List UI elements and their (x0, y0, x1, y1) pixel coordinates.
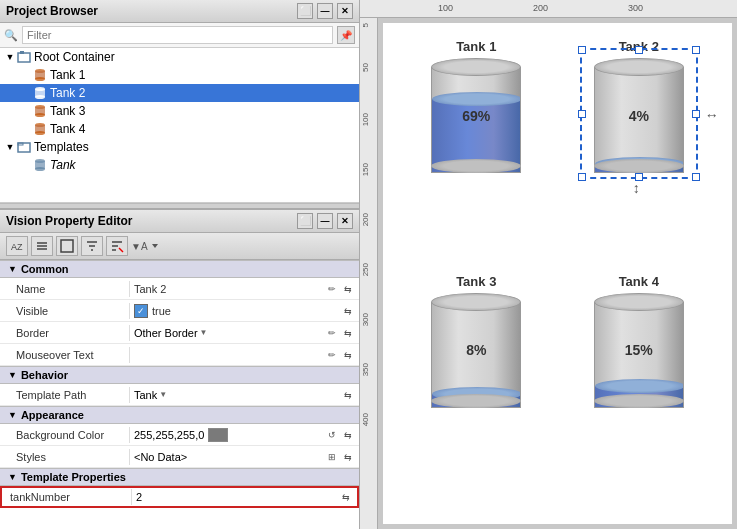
pin-button[interactable]: 📌 (337, 26, 355, 44)
bind-tanknumber-btn[interactable]: ⇆ (339, 490, 353, 504)
property-editor: Vision Property Editor ⬜ — ✕ AZ (0, 210, 359, 529)
minimize-btn[interactable]: — (317, 3, 333, 19)
section-common[interactable]: ▼ Common (0, 260, 359, 278)
edit-styles-btn[interactable]: ⊞ (325, 450, 339, 464)
section-common-label: Common (21, 263, 69, 275)
prop-row-mouseover: Mouseover Text ✏ ⇆ (0, 344, 359, 366)
reset-bg-color-btn[interactable]: ↺ (325, 428, 339, 442)
tree-item-tank-tmpl[interactable]: Tank (0, 156, 359, 174)
ruler-mark-300: 300 (628, 3, 643, 13)
collapse-all-btn[interactable] (56, 236, 78, 256)
prop-label-border: Border (0, 325, 130, 341)
tree-label-tank4: Tank 4 (50, 122, 85, 136)
tree-label-tank-tmpl: Tank (50, 158, 76, 172)
tree-item-tank1[interactable]: Tank 1 (0, 66, 359, 84)
tank4-body[interactable]: 15% (594, 293, 684, 408)
prop-value-border: Other Border ▼ (130, 325, 325, 341)
bg-color-text: 255,255,255,0 (134, 429, 204, 441)
tank3-body[interactable]: 8% (431, 293, 521, 408)
bind-name-btn[interactable]: ⇆ (341, 282, 355, 296)
pe-restore-btn[interactable]: ⬜ (297, 213, 313, 229)
tank2-body[interactable]: ↔ ↕ (594, 58, 684, 173)
prop-row-template-path: Template Path Tank ▼ ⇆ (0, 384, 359, 406)
bg-color-swatch[interactable] (208, 428, 228, 442)
project-tree: ▼ Root Container Tank 1 Tank (0, 48, 359, 203)
tree-item-tank4[interactable]: Tank 4 (0, 120, 359, 138)
pe-minimize-btn[interactable]: — (317, 213, 333, 229)
prop-value-tanknumber: 2 (132, 489, 339, 505)
sel-handle-tl[interactable] (578, 46, 586, 54)
ruler-vmark-250: 250 (361, 263, 370, 276)
prop-label-styles: Styles (0, 449, 130, 465)
bind-visible-btn[interactable]: ⇆ (341, 304, 355, 318)
tree-label-tank3: Tank 3 (50, 104, 85, 118)
sort-category-btn[interactable] (31, 236, 53, 256)
tree-item-tank2[interactable]: Tank 2 (0, 84, 359, 102)
tank1-body[interactable]: 69% (431, 58, 521, 173)
section-template-props-label: Template Properties (21, 471, 126, 483)
tank-cell-1: Tank 1 69% (395, 39, 558, 274)
left-panel: Project Browser ⬜ — ✕ 🔍 📌 ▼ Root Contain… (0, 0, 360, 529)
ruler-vertical: 5 50 100 150 200 250 300 350 400 (360, 18, 378, 529)
filter-btn2[interactable] (106, 236, 128, 256)
canvas-area[interactable]: Tank 1 69% (378, 18, 737, 529)
prop-row-name: Name Tank 2 ✏ ⇆ (0, 278, 359, 300)
sel-handle-mr[interactable]: ↔ (692, 110, 700, 118)
svg-rect-1 (20, 51, 24, 54)
tree-item-tank3[interactable]: Tank 3 (0, 102, 359, 120)
section-behavior[interactable]: ▼ Behavior (0, 366, 359, 384)
prop-value-template-path: Tank ▼ (130, 387, 341, 403)
filter-shown-btn[interactable] (81, 236, 103, 256)
sel-handle-tr[interactable] (692, 46, 700, 54)
tank-icon-1 (32, 67, 48, 83)
visible-checkbox[interactable]: ✓ (134, 304, 148, 318)
template-path-dropdown[interactable]: Tank ▼ (134, 389, 167, 401)
resize-handle[interactable] (0, 203, 359, 208)
canvas-inner: Tank 1 69% (383, 23, 732, 524)
prop-value-visible: ✓ true (130, 302, 341, 320)
tree-item-root[interactable]: ▼ Root Container (0, 48, 359, 66)
restore-btn[interactable]: ⬜ (297, 3, 313, 19)
border-dropdown[interactable]: Other Border ▼ (134, 327, 208, 339)
section-template-props-arrow: ▼ (8, 472, 17, 482)
tank1-label: Tank 1 (456, 39, 496, 54)
edit-mouseover-btn[interactable]: ✏ (325, 348, 339, 362)
prop-value-styles: <No Data> (130, 449, 325, 465)
search-input[interactable] (22, 26, 333, 44)
prop-actions-bg-color: ↺ ⇆ (325, 428, 359, 442)
template-path-text: Tank (134, 389, 157, 401)
sel-handle-bl[interactable] (578, 173, 586, 181)
prop-label-bg-color: Background Color (0, 427, 130, 443)
section-template-props[interactable]: ▼ Template Properties (0, 468, 359, 486)
sort-alpha-btn[interactable]: AZ (6, 236, 28, 256)
prop-value-name: Tank 2 (130, 281, 325, 297)
project-browser: Project Browser ⬜ — ✕ 🔍 📌 ▼ Root Contain… (0, 0, 359, 210)
property-editor-toolbar: AZ ▼A (0, 233, 359, 260)
bind-styles-btn[interactable]: ⇆ (341, 450, 355, 464)
edit-border-btn[interactable]: ✏ (325, 326, 339, 340)
close-btn[interactable]: ✕ (337, 3, 353, 19)
tank4-fill-top (595, 379, 684, 393)
tank4-bottom (594, 394, 684, 408)
prop-actions-visible: ⇆ (341, 304, 359, 318)
sel-handle-bc[interactable]: ↕ (635, 173, 643, 181)
section-appearance[interactable]: ▼ Appearance (0, 406, 359, 424)
bind-bg-color-btn[interactable]: ⇆ (341, 428, 355, 442)
bind-mouseover-btn[interactable]: ⇆ (341, 348, 355, 362)
sel-handle-ml[interactable] (578, 110, 586, 118)
section-behavior-label: Behavior (21, 369, 68, 381)
svg-point-4 (35, 77, 45, 81)
pe-close-btn[interactable]: ✕ (337, 213, 353, 229)
tank2-top (594, 58, 684, 76)
svg-point-18 (35, 167, 45, 171)
tank3-pct: 8% (466, 342, 486, 358)
tree-label-tank2: Tank 2 (50, 86, 85, 100)
tanknumber-text: 2 (136, 491, 142, 503)
edit-name-btn[interactable]: ✏ (325, 282, 339, 296)
bind-template-path-btn[interactable]: ⇆ (341, 388, 355, 402)
tree-item-templates[interactable]: ▼ Templates (0, 138, 359, 156)
ruler-vmark-200: 200 (361, 213, 370, 226)
property-editor-controls: ⬜ — ✕ (297, 213, 353, 229)
sel-handle-br[interactable] (692, 173, 700, 181)
bind-border-btn[interactable]: ⇆ (341, 326, 355, 340)
